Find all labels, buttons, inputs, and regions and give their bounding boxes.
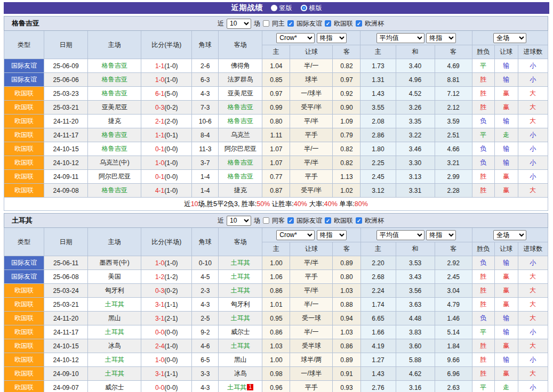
- result-goals: 大: [518, 312, 548, 325]
- odds-away: 0.88: [333, 298, 360, 312]
- fulltime-score: 1-0: [155, 356, 164, 364]
- match-row: 欧国联 24-10-12 乌克兰(中) 1-0(1-0) 3-7 格鲁吉亚 1.…: [4, 156, 548, 170]
- corner-score: 6-5: [192, 353, 219, 367]
- rounds-select[interactable]: 10: [227, 19, 251, 29]
- corner-score: 11-3: [192, 142, 219, 156]
- result-handicap: 输: [494, 115, 518, 128]
- fulltime-score: 3-1: [155, 370, 164, 378]
- avg-away: 4.66: [435, 142, 472, 156]
- score-cell: 1-2(1-2): [141, 270, 192, 284]
- competition-checkbox[interactable]: ✓: [325, 217, 331, 224]
- col-header: 客: [435, 45, 472, 59]
- result-handicap: 输: [494, 142, 518, 156]
- avg-away: 2.12: [435, 101, 472, 115]
- match-date: 24-10-12: [44, 156, 88, 170]
- match-date: 25-06-09: [44, 59, 88, 73]
- match-date: 24-09-10: [44, 367, 88, 381]
- avg-away: 6.96: [435, 367, 472, 381]
- match-row: 欧国联 24-11-20 黑山 3-1(2-1) 2-5 土耳其 0.95 受一…: [4, 312, 548, 325]
- filter-controls: 近 10 场 同客 ✓国际友谊✓欧国联✓欧洲杯: [217, 216, 385, 226]
- match-row: 欧国联 24-10-15 冰岛 2-4(1-0) 4-6 土耳其 1.03 受半…: [4, 339, 548, 353]
- competition-badge: 欧国联: [4, 142, 44, 156]
- odds-home: 0.77: [262, 170, 290, 184]
- match-date: 25-03-24: [44, 284, 88, 298]
- average-final-select[interactable]: 终指: [426, 230, 456, 240]
- average-select[interactable]: 平均值: [376, 33, 424, 43]
- avg-draw: 3.16: [396, 381, 435, 392]
- match-row: 欧国联 25-03-24 匈牙利 0-3(0-2) 2-3 土耳其 0.86 平…: [4, 284, 548, 298]
- result-goals: 大: [518, 101, 548, 115]
- scope-select[interactable]: 全场: [493, 230, 526, 240]
- avg-away: 5.14: [435, 325, 472, 339]
- bookmaker-final-select[interactable]: 终指: [317, 33, 347, 43]
- rounds-select[interactable]: 10: [227, 216, 251, 226]
- match-row: 欧国联 24-10-12 土耳其 1-0(0-0) 6-5 黑山 1.00 球半…: [4, 353, 548, 367]
- bookmaker-final-select[interactable]: 终指: [317, 230, 347, 240]
- match-date: 24-10-12: [44, 353, 88, 367]
- home-team: 格鲁吉亚: [102, 62, 127, 69]
- halftime-score: (1-0): [164, 259, 178, 267]
- halftime-score: (1-1): [164, 370, 178, 378]
- fulltime-score: 1-1: [155, 132, 164, 139]
- filter-controls: 近 10 场 同主 ✓国际友谊✓欧国联✓欧洲杯: [217, 19, 385, 29]
- odds-handicap: 受半球: [290, 339, 333, 353]
- match-row: 欧国联 24-11-20 捷克 2-1(2-0) 10-6 格鲁吉亚 0.80 …: [4, 115, 548, 128]
- same-side-checkbox[interactable]: [263, 217, 269, 224]
- competition-label: 国际友谊: [296, 19, 322, 28]
- halftime-score: (2-0): [164, 118, 178, 125]
- competition-checkbox[interactable]: ✓: [356, 20, 362, 27]
- result-goals: 大: [518, 115, 548, 128]
- odds-handicap: 平/半: [290, 284, 333, 298]
- match-date: 24-11-17: [44, 128, 88, 142]
- radio-vertical-label: 竖版: [279, 4, 292, 13]
- result-goals: 小: [518, 142, 548, 156]
- away-team: 威尔士: [231, 328, 250, 336]
- halftime-score: (1-0): [164, 342, 178, 350]
- same-side-checkbox[interactable]: [263, 20, 269, 27]
- odds-home: 1.01: [262, 298, 290, 312]
- competition-badge: 欧国联: [4, 298, 44, 312]
- radio-vertical[interactable]: 竖版: [271, 4, 292, 13]
- competition-checkbox[interactable]: ✓: [356, 217, 362, 224]
- odds-handicap: 球半: [290, 73, 333, 87]
- match-row: 欧国联 25-03-23 格鲁吉亚 6-1(5-0) 4-3 亚美尼亚 0.97…: [4, 87, 548, 101]
- scope-select[interactable]: 全场: [493, 33, 526, 43]
- section-summary-row: 近10场,胜5平2负3, 胜率:50% 让胜率:40% 大率:40% 单率:80…: [4, 198, 548, 211]
- result-outcome: 负: [472, 256, 494, 270]
- result-handicap: 赢: [494, 184, 518, 198]
- competition-label: 欧国联: [334, 216, 353, 225]
- average-select[interactable]: 平均值: [376, 230, 424, 240]
- radio-unchecked-icon[interactable]: [271, 5, 277, 11]
- avg-draw: 3.43: [396, 270, 435, 284]
- odds-home: 1.00: [262, 256, 290, 270]
- away-team: 黑山: [234, 356, 247, 363]
- avg-draw: 3.83: [396, 325, 435, 339]
- competition-checkbox[interactable]: ✓: [325, 20, 331, 27]
- fulltime-score: 4-1: [155, 187, 164, 194]
- corner-score: 10-6: [192, 115, 219, 128]
- result-outcome: 胜: [472, 87, 494, 101]
- competition-checkbox[interactable]: ✓: [287, 20, 294, 27]
- competition-checkbox[interactable]: ✓: [287, 217, 294, 224]
- result-handicap: 输: [494, 353, 518, 367]
- odds-home: 1.03: [262, 339, 290, 353]
- result-outcome: 平: [472, 381, 494, 392]
- avg-away: 2.92: [435, 256, 472, 270]
- odds-home: 1.07: [262, 142, 290, 156]
- avg-home: 2.86: [360, 128, 396, 142]
- avg-draw: 3.60: [396, 339, 435, 353]
- bookmaker-select[interactable]: Crow*: [276, 230, 315, 240]
- avg-away: 7.12: [435, 87, 472, 101]
- match-date: 24-11-20: [44, 312, 88, 325]
- bookmaker-select[interactable]: Crow*: [276, 33, 315, 43]
- odds-away: 0.80: [333, 270, 360, 284]
- radio-horizontal[interactable]: 横版: [301, 4, 322, 13]
- score-cell: 4-1(1-0): [141, 184, 192, 198]
- result-goals: 大: [518, 339, 548, 353]
- radio-checked-icon[interactable]: [301, 5, 307, 11]
- team-name: 格鲁吉亚: [12, 19, 39, 28]
- col-header: 和: [396, 242, 435, 256]
- competition-badge: 国际友谊: [4, 59, 44, 73]
- average-final-select[interactable]: 终指: [426, 33, 456, 43]
- competition-badge: 欧国联: [4, 325, 44, 339]
